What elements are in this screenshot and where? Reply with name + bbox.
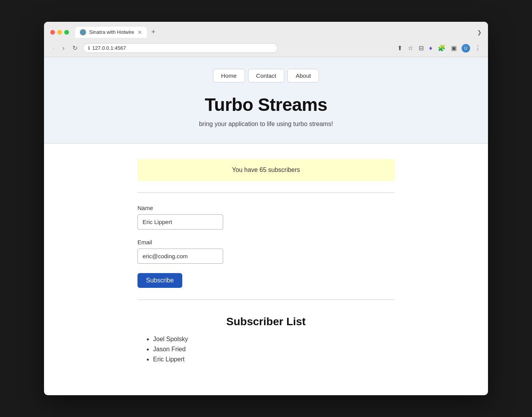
email-label: Email	[137, 239, 395, 245]
subscribers-banner: You have 65 subscribers	[137, 159, 395, 181]
active-tab[interactable]: 🌐 Sinatra with Hotwire ✕	[75, 27, 147, 38]
subscriber-list-title: Subscriber List	[137, 315, 395, 328]
page-content: Home Contact About Turbo Streams bring y…	[44, 57, 488, 382]
subscriber-list-section: Subscriber List Joel Spolsky Jason Fried…	[137, 300, 395, 363]
name-input[interactable]	[137, 214, 223, 230]
history-icon[interactable]: ⊟	[418, 44, 425, 53]
browser-chrome: 🌐 Sinatra with Hotwire ✕ + ❯ ‹ › ↻ ℹ 127…	[44, 22, 488, 57]
subscribers-count-text: You have 65 subscribers	[232, 166, 300, 173]
main-section: You have 65 subscribers Name Email Subsc…	[130, 144, 402, 382]
list-item: Joel Spolsky	[153, 336, 395, 343]
nav-home[interactable]: Home	[213, 69, 245, 82]
tab-title: Sinatra with Hotwire	[89, 29, 134, 35]
main-nav: Home Contact About	[52, 69, 480, 82]
extensions-icon[interactable]: 🧩	[437, 44, 446, 53]
raindrop-icon[interactable]: ♦	[428, 44, 433, 53]
toolbar-icons: ⬆ ☆ ⊟ ♦ 🧩 ▣ U ⋮	[396, 44, 482, 53]
name-label: Name	[137, 205, 395, 211]
menu-icon[interactable]: ⋮	[474, 44, 482, 53]
subscribe-button[interactable]: Subscribe	[137, 273, 182, 288]
minimize-button[interactable]	[57, 30, 62, 35]
tab-favicon: 🌐	[80, 29, 86, 35]
tab-chevron-button[interactable]: ❯	[477, 29, 482, 35]
address-bar-input[interactable]: ℹ 127.0.0.1:4567	[83, 43, 278, 53]
new-tab-button[interactable]: +	[148, 26, 159, 38]
subscriber-list: Joel Spolsky Jason Fried Eric Lippert	[137, 336, 395, 363]
back-button[interactable]: ‹	[50, 44, 57, 53]
avatar[interactable]: U	[462, 44, 470, 53]
sidebar-icon[interactable]: ▣	[450, 44, 458, 53]
page-title: Turbo Streams	[52, 94, 480, 115]
email-input[interactable]	[137, 249, 223, 264]
subscription-form: Name Email Subscribe	[137, 193, 395, 300]
page-subtitle: bring your application to life using tur…	[52, 121, 480, 128]
tab-bar: 🌐 Sinatra with Hotwire ✕ +	[75, 26, 474, 38]
forward-button[interactable]: ›	[60, 44, 67, 53]
address-bar: ‹ › ↻ ℹ 127.0.0.1:4567 ⬆ ☆ ⊟ ♦ 🧩 ▣ U ⋮	[44, 41, 488, 57]
url-display: 127.0.0.1:4567	[92, 45, 273, 51]
nav-about[interactable]: About	[287, 69, 319, 82]
traffic-lights	[50, 30, 69, 35]
security-info-icon: ℹ	[88, 45, 90, 51]
email-field-group: Email	[137, 239, 395, 264]
maximize-button[interactable]	[64, 30, 69, 35]
tab-close-icon[interactable]: ✕	[137, 29, 142, 35]
reload-button[interactable]: ↻	[70, 44, 80, 53]
list-item: Eric Lippert	[153, 356, 395, 363]
nav-contact[interactable]: Contact	[248, 69, 285, 82]
name-field-group: Name	[137, 205, 395, 230]
list-item: Jason Fried	[153, 346, 395, 353]
share-icon[interactable]: ⬆	[396, 44, 403, 53]
close-button[interactable]	[50, 30, 55, 35]
hero-section: Home Contact About Turbo Streams bring y…	[44, 57, 488, 143]
bookmark-icon[interactable]: ☆	[407, 44, 414, 53]
title-bar: 🌐 Sinatra with Hotwire ✕ + ❯	[44, 22, 488, 41]
browser-window: 🌐 Sinatra with Hotwire ✕ + ❯ ‹ › ↻ ℹ 127…	[44, 22, 488, 395]
